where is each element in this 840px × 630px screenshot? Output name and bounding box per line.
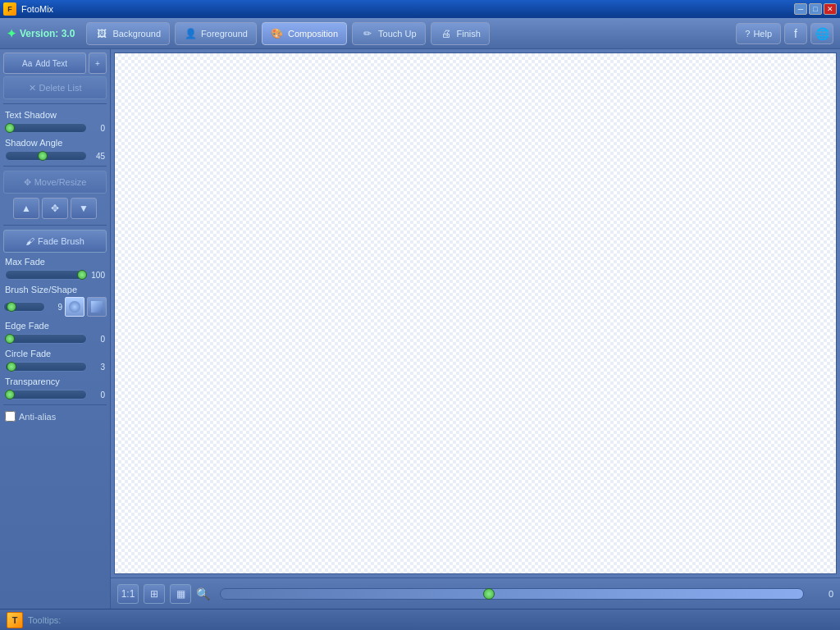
brush-square-button[interactable] [87,297,107,317]
titlebar-title: FotoMix [21,4,53,14]
view-grid-button[interactable]: ▦ [170,584,191,604]
fade-brush-icon: 🖌 [25,236,34,246]
max-fade-slider[interactable] [5,270,87,280]
zoom-slider[interactable] [220,588,804,600]
edge-fade-track [6,335,86,343]
transparency-label: Transparency [3,375,107,386]
tab-composition[interactable]: 🎨 Composition [262,22,347,45]
brush-size-track [4,303,44,311]
arrow-center-icon: ✥ [51,203,59,214]
canvas[interactable] [114,52,837,574]
shadow-angle-thumb[interactable] [38,151,48,161]
minimize-button[interactable]: ─ [794,3,807,15]
arrow-center-button[interactable]: ✥ [42,198,68,219]
view-fit-button[interactable]: ⊞ [144,584,165,604]
tab-finish[interactable]: 🖨 Finish [431,22,490,45]
text-shadow-value: 0 [90,124,105,133]
edge-fade-thumb[interactable] [5,334,15,344]
fade-brush-button[interactable]: 🖌 Fade Brush [3,230,107,253]
tab-background[interactable]: 🖼 Background [86,22,170,45]
transparency-slider[interactable] [5,390,87,399]
view-1to1-button[interactable]: 1:1 [117,584,139,604]
antialias-checkbox[interactable] [5,411,16,422]
version-label: ✦ Version: 3.0 [7,27,75,40]
fade-brush-label: Fade Brush [38,236,84,246]
max-fade-label: Max Fade [3,255,107,267]
divider-1 [3,103,107,104]
add-text-extra-button[interactable]: + [89,52,107,74]
circle-fade-thumb[interactable] [7,362,16,372]
add-text-icon: Aa [22,59,32,68]
brush-circle-button[interactable] [65,297,84,317]
delete-list-button[interactable]: ✕ Delete List [3,76,107,99]
arrow-up-button[interactable]: ▲ [13,198,39,219]
antialias-label[interactable]: Anti-alias [19,412,56,422]
arrow-down-icon: ▼ [79,203,89,214]
version-text: Version: 3.0 [20,28,75,39]
version-icon: ✦ [7,27,16,40]
maximize-button[interactable]: □ [809,3,822,15]
shadow-angle-slider[interactable] [5,151,87,161]
text-shadow-thumb[interactable] [5,123,15,133]
finish-tab-label: Finish [457,29,481,39]
antialias-row: Anti-alias [3,409,107,423]
brush-square-icon [91,301,103,313]
max-fade-track [6,271,86,279]
zoom-value: 0 [814,589,833,599]
arrow-down-button[interactable]: ▼ [71,198,97,219]
brush-size-slider[interactable] [3,302,45,312]
finish-tab-icon: 🖨 [440,27,453,40]
titlebar-left: F FotoMix [3,2,53,16]
foreground-tab-icon: 👤 [184,27,197,40]
move-resize-button[interactable]: ✥ Move/Resize [3,171,107,194]
brush-size-value: 9 [48,303,62,312]
titlebar: F FotoMix ─ □ ✕ [0,0,840,18]
app-icon: F [3,2,16,16]
shadow-angle-slider-row: 45 [3,150,107,162]
circle-fade-slider[interactable] [5,362,87,372]
delete-list-label: Delete List [39,83,82,93]
tab-foreground[interactable]: 👤 Foreground [175,22,257,45]
max-fade-value: 100 [90,271,105,280]
divider-3 [3,225,107,226]
add-text-extra-icon: + [95,59,100,68]
close-button[interactable]: ✕ [824,3,837,15]
tab-touchup[interactable]: ✏ Touch Up [352,22,425,45]
help-icon: ? [745,29,750,39]
arrow-up-icon: ▲ [21,203,31,214]
content-area: Aa Add Text + ✕ Delete List Text Shadow [0,49,840,609]
brush-size-thumb[interactable] [7,302,16,312]
divider-4 [3,404,107,405]
text-shadow-slider-row: 0 [3,122,107,134]
max-fade-thumb[interactable] [77,270,87,280]
help-button[interactable]: ? Help [736,23,781,44]
edge-fade-value: 0 [90,335,105,344]
web-button[interactable]: 🌐 [810,23,833,44]
transparency-thumb[interactable] [5,390,15,399]
main-window: ✦ Version: 3.0 🖼 Background 👤 Foreground… [0,18,840,630]
web-icon: 🌐 [815,27,829,40]
add-text-button[interactable]: Aa Add Text [3,52,86,74]
composition-tab-label: Composition [288,29,338,39]
bottom-bar: 1:1 ⊞ ▦ 🔍 0 [111,578,840,609]
zoom-thumb[interactable] [483,588,495,600]
move-resize-label: Move/Resize [34,177,87,187]
circle-fade-slider-row: 3 [3,361,107,372]
shadow-angle-label: Shadow Angle [3,136,107,148]
edge-fade-label: Edge Fade [3,319,107,331]
transparency-value: 0 [90,390,105,399]
composition-tab-icon: 🎨 [271,27,284,40]
text-shadow-slider[interactable] [5,123,87,133]
top-toolbar: ✦ Version: 3.0 🖼 Background 👤 Foreground… [0,18,840,49]
titlebar-controls: ─ □ ✕ [794,3,837,15]
tooltips-label: Tooltips: [28,615,61,625]
facebook-button[interactable]: f [784,23,807,44]
status-icon: T [7,612,23,628]
touchup-tab-label: Touch Up [378,29,416,39]
circle-fade-label: Circle Fade [3,347,107,358]
add-text-row: Aa Add Text + [3,52,107,74]
edge-fade-slider[interactable] [5,334,87,344]
move-icon: ✥ [24,177,31,188]
touchup-tab-icon: ✏ [361,27,374,40]
arrow-buttons: ▲ ✥ ▼ [3,196,107,221]
